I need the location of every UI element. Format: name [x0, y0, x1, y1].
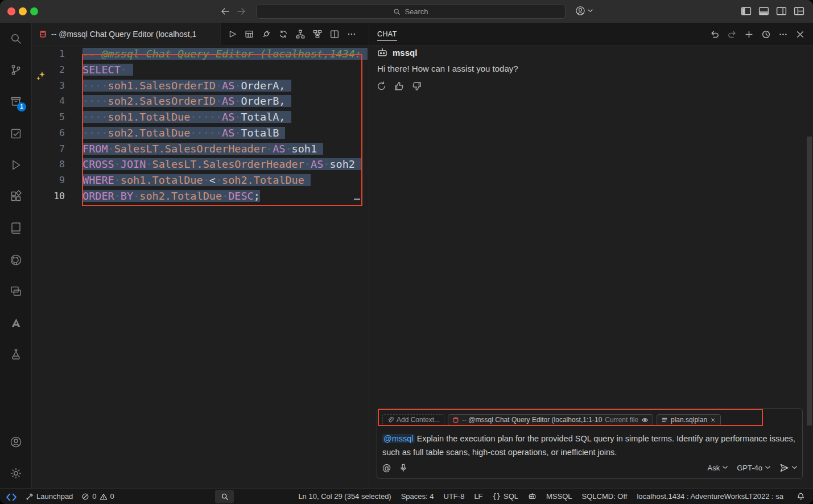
undo-icon[interactable] — [710, 30, 720, 39]
code-line[interactable]: 1-- @mssql Chat Query Editor (localhost,… — [32, 46, 369, 62]
remote-indicator-icon[interactable] — [6, 491, 17, 502]
model-dropdown[interactable]: GPT-4o — [737, 464, 770, 472]
editor-tab-label: -- @mssql Chat Query Editor (localhost,1 — [51, 30, 196, 39]
new-chat-icon[interactable] — [744, 30, 754, 39]
line-number[interactable]: 6 — [32, 125, 65, 141]
code-line[interactable]: 6····soh2.TotalDue·····AS·TotalB — [32, 125, 369, 141]
activity-azure[interactable] — [9, 316, 23, 330]
accounts-button[interactable] — [9, 435, 23, 449]
code-editor[interactable]: 1-- @mssql Chat Query Editor (localhost,… — [32, 46, 369, 488]
split-editor-button[interactable] — [328, 28, 340, 40]
toggle-secondary-sidebar-button[interactable] — [775, 5, 787, 17]
mode-dropdown[interactable]: Ask — [708, 464, 728, 472]
activity-github[interactable] — [9, 253, 23, 267]
mic-icon[interactable] — [399, 463, 408, 472]
thumbs-up-icon[interactable] — [394, 81, 405, 92]
add-context-button[interactable]: Add Context... — [382, 414, 444, 426]
copilot-icon[interactable] — [528, 492, 537, 501]
account-button[interactable] — [575, 5, 593, 16]
code-line[interactable]: 5····soh1.TotalDue·····AS·TotalA, — [32, 109, 369, 125]
close-icon[interactable] — [795, 30, 805, 39]
editor-tab[interactable]: -- @mssql Chat Query Editor (localhost,1 — [32, 23, 221, 45]
line-number[interactable]: 10 — [32, 188, 65, 204]
message-text: Hi there! How can I assist you today? — [377, 64, 518, 73]
chat-scrollbar[interactable] — [807, 137, 812, 425]
line-number[interactable]: 5 — [32, 109, 65, 125]
mssql-database-icon — [452, 416, 459, 423]
results-grid-button[interactable] — [243, 28, 255, 40]
send-options-chevron-icon[interactable] — [792, 466, 797, 469]
context-chip-plan[interactable]: plan.sqlplan — [657, 414, 721, 426]
toggle-primary-sidebar-button[interactable] — [740, 5, 752, 17]
code-line[interactable]: 8CROSS·JOIN·SalesLT.SalesOrderHeader·AS·… — [32, 156, 369, 172]
status-mssql[interactable]: MSSQL — [546, 492, 572, 501]
code-line[interactable]: 10ORDER·BY·soh2.TotalDue·DESC; — [32, 188, 369, 204]
mention-icon[interactable]: @ — [382, 462, 391, 473]
activity-search[interactable] — [9, 32, 23, 46]
more-actions-icon[interactable] — [778, 30, 788, 39]
history-icon[interactable] — [761, 30, 771, 39]
zoom-button[interactable] — [215, 490, 234, 503]
copilot-sparkle-icon[interactable] — [35, 71, 47, 82]
mention-chip[interactable]: @mssql — [382, 434, 415, 443]
chat-body: mssql Hi there! How can I assist you tod… — [369, 46, 813, 488]
query-plan-button[interactable] — [311, 28, 323, 40]
context-chip-file[interactable]: -- @mssql Chat Query Editor (localhost,1… — [448, 414, 653, 426]
code-line[interactable]: 3····soh1.SalesOrderID·AS·OrderA, — [32, 78, 369, 94]
status-indentation[interactable]: Spaces: 4 — [401, 492, 434, 501]
close-window-button[interactable] — [7, 7, 15, 15]
redo-icon[interactable] — [727, 30, 737, 39]
chat-input-text[interactable]: @mssql Explain the execution plan for th… — [382, 432, 797, 459]
code-text: ····soh2.TotalDue·····AS·TotalB — [82, 125, 285, 141]
run-query-button[interactable] — [226, 28, 238, 40]
activity-documentation[interactable] — [9, 221, 23, 234]
maximize-window-button[interactable] — [30, 7, 38, 15]
status-sqlcmd[interactable]: SQLCMD: Off — [582, 492, 628, 501]
back-button[interactable] — [220, 6, 231, 17]
status-language[interactable]: {} SQL — [493, 492, 518, 501]
activity-extensions[interactable] — [9, 189, 23, 203]
eye-icon[interactable] — [641, 416, 649, 424]
activity-source-control[interactable] — [9, 63, 23, 77]
code-line[interactable]: 2SELECT· — [32, 62, 369, 78]
chat-tab[interactable]: CHAT — [377, 23, 397, 46]
toggle-panel-button[interactable] — [758, 5, 770, 17]
line-number[interactable]: 4 — [32, 93, 65, 109]
line-number[interactable]: 1 — [32, 46, 65, 62]
schema-designer-button[interactable] — [294, 28, 306, 40]
customize-layout-button[interactable] — [793, 5, 805, 17]
status-problems[interactable]: 0 0 — [81, 492, 114, 501]
activity-run-debug[interactable] — [9, 158, 23, 172]
forward-button[interactable] — [236, 6, 247, 17]
context-chips-row: Add Context... -- @mssql Chat Query Edit… — [382, 413, 797, 427]
thumbs-down-icon[interactable] — [411, 81, 422, 92]
activity-remote-explorer[interactable] — [9, 284, 23, 298]
status-launchpad[interactable]: Launchpad — [26, 492, 73, 501]
bell-icon[interactable] — [797, 492, 805, 501]
send-icon[interactable] — [779, 463, 789, 473]
line-number[interactable]: 9 — [32, 172, 65, 188]
activity-package[interactable]: 1 — [9, 94, 23, 108]
status-eol[interactable]: LF — [474, 492, 482, 501]
activity-checklist[interactable] — [9, 127, 23, 141]
more-actions-button[interactable] — [345, 28, 357, 40]
status-bar: Launchpad 0 0 Ln 10, Col 29 (354 selecte… — [0, 488, 813, 504]
line-number[interactable]: 7 — [32, 141, 65, 157]
code-line[interactable]: 7FROM·SalesLT.SalesOrderHeader·AS·soh1 — [32, 141, 369, 157]
settings-gear-button[interactable] — [9, 466, 23, 480]
close-icon[interactable] — [710, 417, 716, 423]
status-connection[interactable]: localhost,1434 : AdventureWorksLT2022 : … — [637, 492, 783, 501]
line-number[interactable]: 8 — [32, 156, 65, 172]
code-line[interactable]: 9WHERE·soh1.TotalDue·<·soh2.TotalDue — [32, 172, 369, 188]
regenerate-icon[interactable] — [376, 81, 387, 92]
account-icon — [575, 5, 586, 16]
activity-database-projects[interactable] — [9, 348, 23, 361]
code-line[interactable]: 4····soh2.SalesOrderID·AS·OrderB, — [32, 93, 369, 109]
robot-icon — [377, 47, 388, 58]
command-center-search[interactable]: Search — [256, 4, 566, 19]
minimize-window-button[interactable] — [19, 7, 27, 15]
connection-plug-button[interactable] — [260, 28, 272, 40]
status-encoding[interactable]: UTF-8 — [444, 492, 465, 501]
change-connection-button[interactable] — [277, 28, 289, 40]
status-cursor-position[interactable]: Ln 10, Col 29 (354 selected) — [298, 492, 391, 501]
